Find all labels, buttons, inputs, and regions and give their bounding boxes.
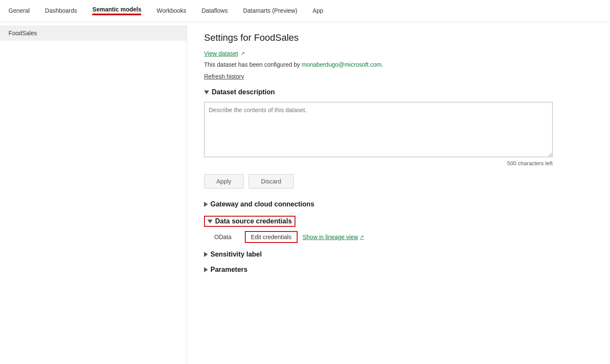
configured-by-email[interactable]: monaberdugo@microsoft.com	[302, 61, 382, 68]
nav-item-dataflows[interactable]: Dataflows	[201, 0, 227, 22]
nav-item-app[interactable]: App	[312, 0, 323, 22]
view-dataset-row: View dataset ↗	[204, 50, 593, 57]
sensitivity-section: Sensitivity label	[204, 251, 593, 258]
gateway-section: Gateway and cloud connections	[204, 200, 593, 208]
nav-item-general[interactable]: General	[9, 0, 30, 22]
odata-credentials-row: OData Edit credentials Show in lineage v…	[204, 231, 593, 243]
action-buttons: Apply Discard	[204, 174, 593, 189]
top-navigation: General Dashboards Semantic models Workb…	[0, 0, 610, 22]
nav-item-dashboards[interactable]: Dashboards	[45, 0, 77, 22]
collapse-icon-credentials	[207, 220, 213, 223]
char-count: 500 characters left	[204, 160, 553, 166]
sensitivity-header[interactable]: Sensitivity label	[204, 251, 593, 258]
data-source-credentials-header[interactable]: Data source credentials	[204, 216, 593, 227]
external-link-icon: ↗	[241, 51, 245, 56]
nav-item-workbooks[interactable]: Workbooks	[156, 0, 186, 22]
description-textarea[interactable]	[204, 102, 553, 157]
configured-by-text: This dataset has been configured by mona…	[204, 61, 593, 68]
data-source-credentials-section: Data source credentials OData Edit crede…	[204, 216, 593, 243]
edit-credentials-button[interactable]: Edit credentials	[245, 231, 298, 243]
sidebar-item-foodsales[interactable]: FoodSales	[0, 25, 187, 41]
page-title: Settings for FoodSales	[204, 32, 593, 43]
nav-item-semantic-models[interactable]: Semantic models	[92, 0, 141, 22]
discard-button[interactable]: Discard	[249, 174, 293, 189]
gateway-header[interactable]: Gateway and cloud connections	[204, 200, 593, 208]
apply-button[interactable]: Apply	[204, 174, 244, 189]
collapse-icon-description	[204, 90, 209, 94]
collapse-icon-parameters	[204, 267, 208, 272]
parameters-header[interactable]: Parameters	[204, 266, 593, 274]
dataset-description-header[interactable]: Dataset description	[204, 88, 593, 96]
main-content: Settings for FoodSales View dataset ↗ Th…	[187, 22, 610, 364]
external-lineage-icon: ↗	[360, 234, 364, 240]
show-lineage-link[interactable]: Show in lineage view ↗	[303, 234, 364, 240]
view-dataset-link[interactable]: View dataset	[204, 50, 238, 57]
nav-item-datamarts[interactable]: Datamarts (Preview)	[243, 0, 298, 22]
sidebar: FoodSales	[0, 22, 187, 364]
collapse-icon-gateway	[204, 202, 208, 207]
dataset-description-section: Dataset description 500 characters left	[204, 88, 593, 166]
main-layout: FoodSales Settings for FoodSales View da…	[0, 22, 610, 364]
parameters-section: Parameters	[204, 266, 593, 274]
odata-label: OData	[214, 234, 240, 240]
collapse-icon-sensitivity	[204, 252, 208, 257]
refresh-history-link[interactable]: Refresh history	[204, 73, 244, 80]
